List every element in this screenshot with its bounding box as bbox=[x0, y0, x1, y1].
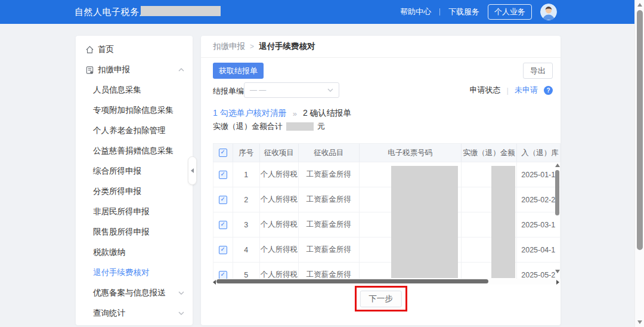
row-checkbox[interactable] bbox=[219, 196, 227, 204]
account-name-redaction bbox=[141, 6, 221, 16]
total-amount-row: 实缴（退）金额合计 元 bbox=[213, 121, 325, 132]
row-checkbox[interactable] bbox=[219, 271, 227, 279]
table-vertical-scrollbar[interactable] bbox=[555, 164, 561, 273]
sidebar-item-special-deduction[interactable]: 专项附加扣除信息采集 bbox=[76, 100, 193, 121]
chevron-down-icon bbox=[178, 291, 184, 295]
amount-redaction bbox=[491, 166, 515, 278]
total-amount-label: 实缴（退）金额合计 bbox=[213, 121, 283, 132]
cell-project: 个人所得税 bbox=[260, 237, 299, 262]
personal-business-button[interactable]: 个人业务 bbox=[488, 4, 532, 20]
breadcrumb-separator: > bbox=[250, 42, 254, 51]
row-checkbox[interactable] bbox=[219, 221, 227, 229]
cell-project: 个人所得税 bbox=[260, 212, 299, 237]
sidebar-item-withholding-declare[interactable]: 扣缴申报 bbox=[76, 60, 193, 80]
table-vscroll-thumb[interactable] bbox=[555, 170, 559, 215]
sidebar-item-classified-income[interactable]: 分类所得申报 bbox=[76, 181, 193, 202]
cell-project: 个人所得税 bbox=[260, 187, 299, 212]
cell-date: 2025-01-1 bbox=[517, 162, 560, 187]
step-1-link[interactable]: 1 勾选单户核对清册 bbox=[213, 108, 287, 119]
cell-item: 工资薪金所得 bbox=[299, 212, 360, 237]
sidebar-item-home[interactable]: 首页 bbox=[76, 39, 193, 60]
cell-seq: 3 bbox=[233, 212, 260, 237]
column-header-date: 入（退）库 bbox=[517, 144, 560, 162]
fetch-settlement-button[interactable]: 获取结报单 bbox=[213, 63, 264, 79]
sidebar-item-charity-donation[interactable]: 公益慈善捐赠信息采集 bbox=[76, 141, 193, 161]
sidebar-item-preferential-filing[interactable]: 优惠备案与信息报送 bbox=[76, 283, 193, 303]
column-header-item: 征收品目 bbox=[299, 144, 360, 162]
cell-seq: 1 bbox=[233, 162, 260, 187]
sidebar-item-query-statistics[interactable]: 查询统计 bbox=[76, 303, 193, 323]
sidebar-item-tax-payment[interactable]: 税款缴纳 bbox=[76, 242, 193, 263]
sidebar-item-comprehensive-income[interactable]: 综合所得申报 bbox=[76, 161, 193, 181]
step-2-label: 2 确认结报单 bbox=[303, 108, 352, 119]
scroll-up-icon[interactable] bbox=[637, 3, 642, 7]
table-header-row: 序号 征收项目 征收品目 电子税票号码 实缴（退）金额 入（退）库 bbox=[213, 143, 561, 162]
chevron-down-icon bbox=[327, 88, 333, 92]
table-horizontal-scrollbar[interactable] bbox=[213, 279, 561, 285]
total-amount-redaction bbox=[286, 122, 314, 131]
step-indicator: 1 勾选单户核对清册 » 2 确认结报单 bbox=[213, 108, 352, 119]
next-step-button[interactable]: 下一步 bbox=[360, 291, 402, 307]
cell-item: 工资薪金所得 bbox=[299, 237, 360, 262]
sidebar-item-pension-deduction[interactable]: 个人养老金扣除管理 bbox=[76, 121, 193, 141]
scroll-right-icon[interactable] bbox=[556, 280, 559, 285]
column-header-project: 征收项目 bbox=[260, 144, 299, 162]
cell-date: 2025-03-1 bbox=[517, 212, 560, 237]
help-center-link[interactable]: 帮助中心 bbox=[400, 7, 431, 17]
avatar-person-icon bbox=[540, 4, 557, 20]
scroll-down-icon[interactable] bbox=[555, 270, 560, 273]
sidebar-item-refund-fee-check[interactable]: 退付手续费核对 bbox=[76, 263, 193, 283]
app-title: 自然人电子税务局 bbox=[75, 0, 148, 24]
user-avatar[interactable] bbox=[540, 4, 557, 20]
cell-item: 工资薪金所得 bbox=[299, 162, 360, 187]
sidebar: 首页 扣缴申报 人员信息采集 专项附加扣除信息采集 个人养老金扣除管理 公益慈善… bbox=[76, 36, 193, 325]
chevron-down-icon bbox=[178, 311, 184, 315]
chevron-up-icon bbox=[178, 68, 184, 72]
select-all-checkbox[interactable] bbox=[219, 149, 227, 157]
question-icon[interactable]: ? bbox=[544, 86, 553, 95]
export-button[interactable]: 导出 bbox=[523, 63, 553, 79]
page-scrollbar-thumb[interactable] bbox=[637, 10, 643, 250]
column-header-amount: 实缴（退）金额 bbox=[462, 144, 518, 162]
breadcrumb: 扣缴申报 > 退付手续费核对 bbox=[201, 36, 561, 58]
row-checkbox[interactable] bbox=[219, 171, 227, 179]
table-hscroll-thumb[interactable] bbox=[216, 279, 488, 283]
topbar-divider bbox=[439, 8, 440, 16]
step-separator: » bbox=[293, 109, 297, 118]
sidebar-item-personnel-info[interactable]: 人员信息采集 bbox=[76, 80, 193, 100]
scroll-up-icon[interactable] bbox=[555, 164, 560, 167]
home-icon bbox=[85, 45, 94, 54]
cell-date: 2025-04-1 bbox=[517, 237, 560, 262]
sidebar-collapse-handle[interactable] bbox=[188, 156, 197, 185]
select-placeholder: — — bbox=[250, 86, 327, 94]
sidebar-item-nonresident-income[interactable]: 非居民所得申报 bbox=[76, 202, 193, 222]
column-header-seq: 序号 bbox=[233, 144, 260, 162]
page-scrollbar[interactable] bbox=[634, 0, 644, 327]
ticket-number-redaction bbox=[391, 166, 458, 278]
sidebar-item-restricted-stock[interactable]: 限售股所得申报 bbox=[76, 222, 193, 242]
breadcrumb-parent[interactable]: 扣缴申报 bbox=[213, 41, 245, 52]
status-divider: | bbox=[507, 86, 509, 95]
total-amount-unit: 元 bbox=[317, 121, 325, 132]
cell-seq: 4 bbox=[233, 237, 260, 262]
settlement-number-select[interactable]: — — bbox=[244, 82, 339, 98]
cell-project: 个人所得税 bbox=[260, 263, 299, 279]
cell-project: 个人所得税 bbox=[260, 162, 299, 187]
scroll-left-icon[interactable] bbox=[213, 280, 216, 285]
status-label: 申请状态 bbox=[470, 85, 501, 95]
scroll-down-icon[interactable] bbox=[637, 320, 642, 324]
cell-date: 2025-02-2 bbox=[517, 187, 560, 212]
cell-date: 2025-05-2 bbox=[517, 263, 560, 279]
cell-seq: 5 bbox=[233, 263, 260, 279]
download-service-link[interactable]: 下载服务 bbox=[448, 7, 479, 17]
status-value: 未申请 bbox=[515, 85, 538, 95]
row-checkbox[interactable] bbox=[219, 246, 227, 254]
column-header-ticket: 电子税票号码 bbox=[360, 144, 461, 162]
cell-seq: 2 bbox=[233, 187, 260, 212]
breadcrumb-current: 退付手续费核对 bbox=[259, 41, 315, 52]
document-icon bbox=[85, 65, 94, 75]
page: 自然人电子税务局 帮助中心 下载服务 个人业务 bbox=[0, 0, 644, 327]
chevron-left-icon bbox=[191, 168, 194, 173]
main-content: 扣缴申报 > 退付手续费核对 获取结报单 导出 结报单编号 — — 申请状态 |… bbox=[201, 36, 561, 325]
cell-item: 工资薪金所得 bbox=[299, 263, 360, 279]
